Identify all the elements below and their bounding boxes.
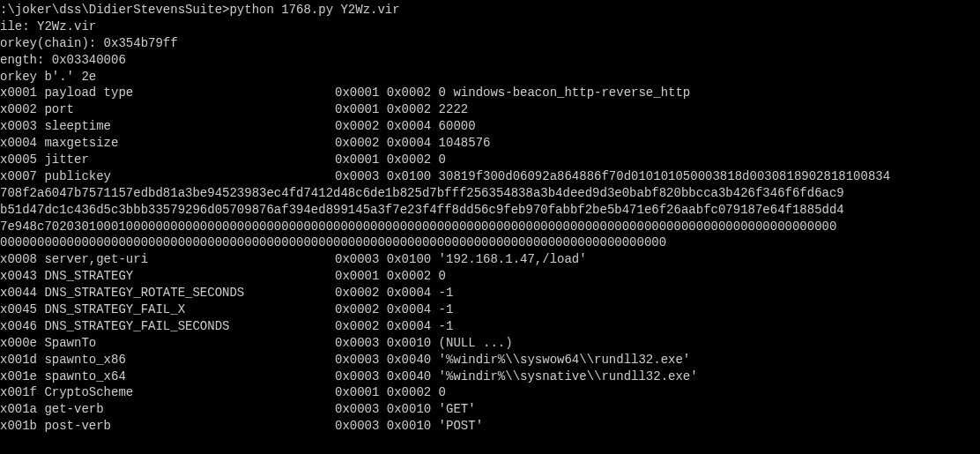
header-file: ile: Y2Wz.vir (0, 19, 980, 35)
config-value: 0x0003 0x0100 30819f300d06092a864886f70d… (335, 168, 890, 185)
config-value: 0x0001 0x0002 0 (335, 384, 446, 401)
command-prompt-line: :\joker\dss\DidierStevensSuite>python 17… (0, 2, 980, 19)
config-row: x001f CryptoScheme0x0001 0x0002 0 (0, 384, 980, 401)
config-value: 0x0001 0x0002 0 (335, 152, 446, 168)
config-value: 0x0002 0x0004 1048576 (335, 135, 490, 152)
config-row: x0005 jitter0x0001 0x0002 0 (0, 152, 980, 168)
config-key: x001f CryptoScheme (0, 384, 335, 401)
config-row: x0043 DNS_STRATEGY0x0001 0x0002 0 (0, 268, 980, 285)
config-key: x0044 DNS_STRATEGY_ROTATE_SECONDS (0, 285, 335, 301)
config-key: x0043 DNS_STRATEGY (0, 268, 335, 285)
config-row: x001e spawnto_x640x0003 0x0040 '%windir%… (0, 368, 980, 385)
config-row: x0001 payload type0x0001 0x0002 0 window… (0, 85, 980, 101)
config-key: x001e spawnto_x64 (0, 368, 335, 385)
header-orkey-chain: orkey(chain): 0x354b79ff (0, 35, 980, 52)
config-row: x0044 DNS_STRATEGY_ROTATE_SECONDS0x0002 … (0, 285, 980, 301)
config-key: x0001 payload type (0, 85, 335, 101)
config-value: 0x0003 0x0040 '%windir%\\syswow64\\rundl… (335, 352, 690, 368)
config-key: x0005 jitter (0, 152, 335, 168)
publickey-continuation: 0000000000000000000000000000000000000000… (0, 234, 980, 251)
config-row: x0007 publickey0x0003 0x0100 30819f300d0… (0, 168, 980, 185)
config-value: 0x0003 0x0010 'GET' (335, 401, 476, 418)
config-row: x001d spawnto_x860x0003 0x0040 '%windir%… (0, 352, 980, 368)
config-value: 0x0003 0x0040 '%windir%\\sysnative\\rund… (335, 368, 698, 385)
header-orkey-b: orkey b'.' 2e (0, 69, 980, 86)
config-key: x0003 sleeptime (0, 118, 335, 135)
config-row: x0046 DNS_STRATEGY_FAIL_SECONDS0x0002 0x… (0, 318, 980, 335)
config-value: 0x0002 0x0004 -1 (335, 318, 453, 335)
config-value: 0x0001 0x0002 2222 (335, 101, 468, 118)
config-row: x0008 server,get-uri0x0003 0x0100 '192.1… (0, 251, 980, 268)
config-key: x0046 DNS_STRATEGY_FAIL_SECONDS (0, 318, 335, 335)
config-key: x001a get-verb (0, 401, 335, 418)
config-row: x0045 DNS_STRATEGY_FAIL_X0x0002 0x0004 -… (0, 301, 980, 318)
config-value: 0x0003 0x0010 (NULL ...) (335, 335, 513, 352)
config-value: 0x0003 0x0100 '192.168.1.47,/load' (335, 251, 587, 268)
publickey-continuation: 7e948c7020301000100000000000000000000000… (0, 219, 980, 235)
config-value: 0x0001 0x0002 0 windows-beacon_http-reve… (335, 85, 690, 101)
publickey-continuation: b51d47dc1c436d5c3bbb33579296d05709876af3… (0, 202, 980, 219)
config-value: 0x0002 0x0004 -1 (335, 285, 453, 301)
config-key: x0045 DNS_STRATEGY_FAIL_X (0, 301, 335, 318)
config-key: x0008 server,get-uri (0, 251, 335, 268)
config-value: 0x0002 0x0004 -1 (335, 301, 453, 318)
config-key: x0007 publickey (0, 168, 335, 185)
config-row: x000e SpawnTo0x0003 0x0010 (NULL ...) (0, 335, 980, 352)
config-key: x001b post-verb (0, 418, 335, 435)
config-key: x0004 maxgetsize (0, 135, 335, 152)
config-row: x0002 port0x0001 0x0002 2222 (0, 101, 980, 118)
config-row: x0004 maxgetsize0x0002 0x0004 1048576 (0, 135, 980, 152)
config-key: x000e SpawnTo (0, 335, 335, 352)
config-row: x0003 sleeptime0x0002 0x0004 60000 (0, 118, 980, 135)
config-row: x001a get-verb0x0003 0x0010 'GET' (0, 401, 980, 418)
header-length: ength: 0x03340006 (0, 52, 980, 69)
config-key: x0002 port (0, 101, 335, 118)
config-value: 0x0001 0x0002 0 (335, 268, 446, 285)
config-key: x001d spawnto_x86 (0, 352, 335, 368)
config-value: 0x0002 0x0004 60000 (335, 118, 476, 135)
config-row: x001b post-verb0x0003 0x0010 'POST' (0, 418, 980, 435)
config-value: 0x0003 0x0010 'POST' (335, 418, 483, 435)
publickey-continuation: 708f2a6047b7571157edbd81a3be94523983ec4f… (0, 185, 980, 202)
